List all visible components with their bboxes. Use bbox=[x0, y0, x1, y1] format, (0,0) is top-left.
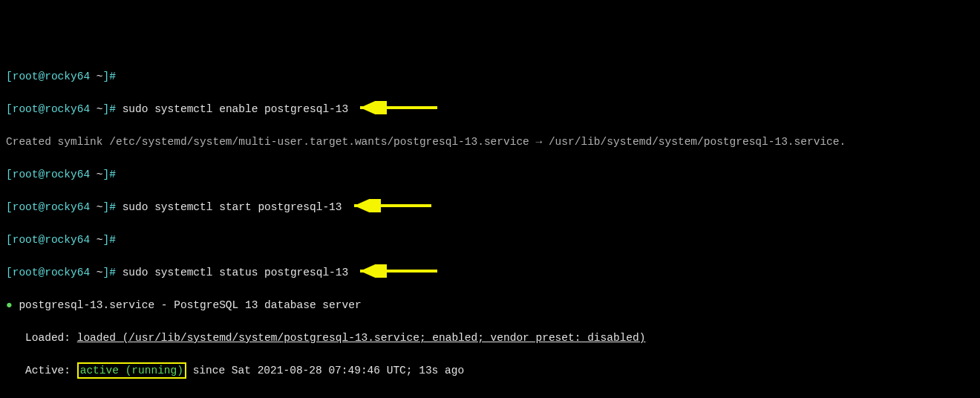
arrow-annotation bbox=[348, 101, 445, 114]
cmd-status: sudo systemctl status postgresql-13 bbox=[122, 267, 349, 278]
status-unit: ● postgresql-13.service - PostgreSQL 13 … bbox=[6, 297, 974, 313]
status-active: Active: active (running) since Sat 2021-… bbox=[6, 362, 974, 379]
arrow-annotation bbox=[342, 199, 439, 212]
prompt-line[interactable]: [root@rocky64 ~]# bbox=[6, 68, 974, 85]
arrow-annotation bbox=[348, 264, 445, 278]
status-docs: Docs: https://www.postgresql.org/docs/13… bbox=[6, 395, 974, 398]
cmd-start-line[interactable]: [root@rocky64 ~]# sudo systemctl start p… bbox=[6, 199, 974, 215]
highlight-box: active (running) bbox=[77, 362, 186, 379]
cmd-enable: sudo systemctl enable postgresql-13 bbox=[122, 103, 349, 115]
prompt-line[interactable]: [root@rocky64 ~]# bbox=[6, 166, 974, 183]
cmd-enable-line[interactable]: [root@rocky64 ~]# sudo systemctl enable … bbox=[6, 101, 974, 117]
prompt-line[interactable]: [root@rocky64 ~]# bbox=[6, 232, 974, 248]
status-loaded: Loaded: loaded (/usr/lib/systemd/system/… bbox=[6, 330, 974, 346]
cmd-start: sudo systemctl start postgresql-13 bbox=[122, 201, 342, 213]
cmd-status-line[interactable]: [root@rocky64 ~]# sudo systemctl status … bbox=[6, 264, 974, 281]
output-line: Created symlink /etc/systemd/system/mult… bbox=[6, 134, 974, 150]
